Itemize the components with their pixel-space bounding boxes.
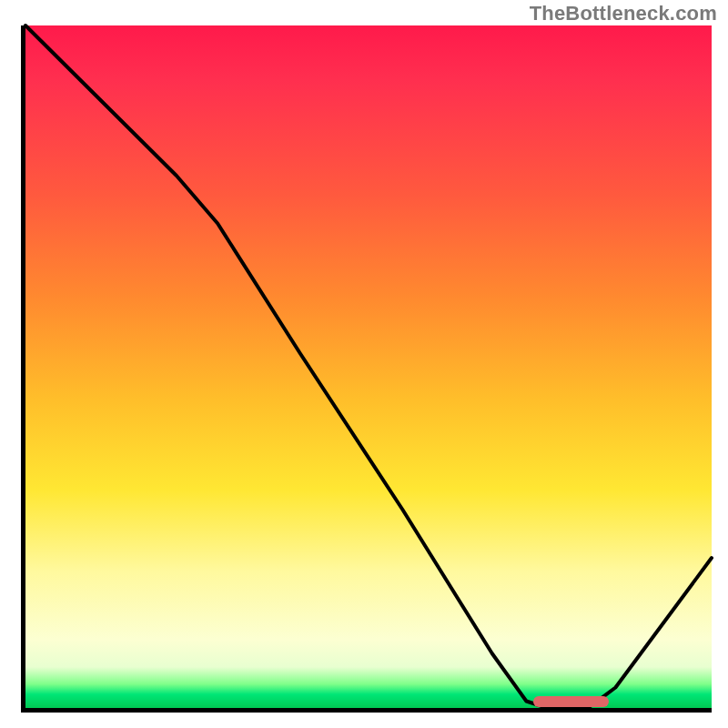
watermark-text: TheBottleneck.com: [530, 2, 717, 25]
bottleneck-curve: [25, 25, 712, 708]
chart-root: TheBottleneck.com: [0, 0, 728, 728]
plot-area: [25, 25, 712, 708]
curve-path: [25, 25, 712, 708]
optimal-range-marker: [533, 696, 609, 707]
axes-frame: [21, 25, 712, 713]
